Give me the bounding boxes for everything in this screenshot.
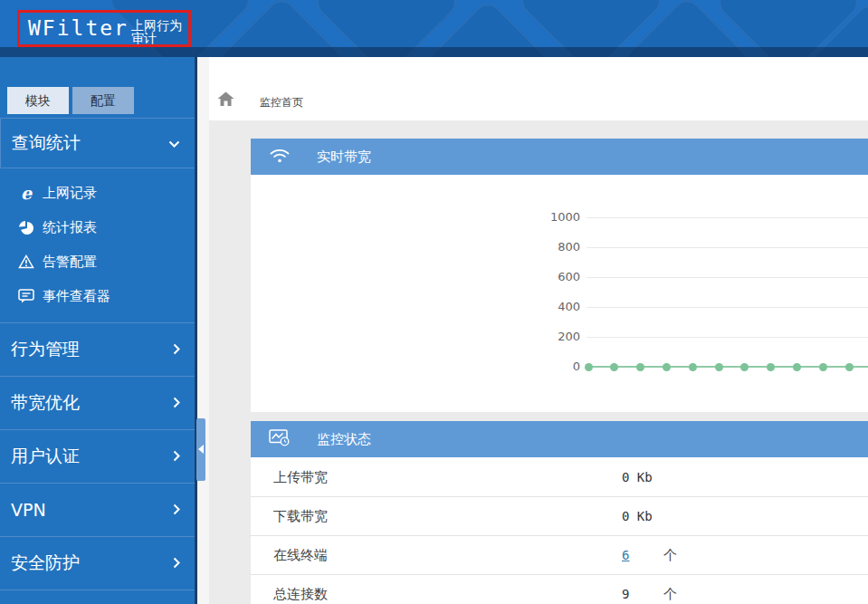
data-point (636, 363, 644, 371)
chevron-right-icon (173, 502, 181, 519)
gridline (587, 307, 868, 308)
data-point (793, 363, 801, 371)
wifi-icon (269, 147, 291, 167)
y-tick-label: 0 (522, 360, 580, 373)
status-row-download: 下载带宽 0 Kb (251, 496, 868, 535)
menu-label: 用户认证 (11, 445, 80, 468)
sidebar: 模块 配置 查询统计 e 上网记录 (0, 57, 196, 604)
status-unit: 个 (663, 586, 677, 603)
submenu-item-stat-reports[interactable]: 统计报表 (0, 210, 196, 244)
submenu-label: 事件查看器 (43, 288, 110, 305)
menu-item-user-auth[interactable]: 用户认证 (0, 429, 196, 483)
submenu-item-alert-config[interactable]: 告警配置 (0, 244, 196, 279)
status-label: 下载带宽 (273, 508, 328, 525)
data-point (663, 363, 671, 371)
collapse-arrow-icon (198, 445, 204, 454)
menu-item-bandwidth-opt[interactable]: 带宽优化 (0, 376, 196, 429)
menu-section-query-stats[interactable]: 查询统计 (0, 118, 196, 168)
status-value: 0 Kb (622, 470, 653, 484)
menu-item-security[interactable]: 安全防护 (0, 536, 196, 590)
data-point (715, 363, 723, 371)
chevron-right-icon (173, 395, 181, 412)
main-content: 监控首页 实时带宽 10008006004002000 (209, 57, 868, 604)
ie-browser-icon: e (16, 185, 36, 202)
banner-shadow (0, 47, 868, 57)
chevron-right-icon (173, 555, 181, 572)
status-value: 9 (622, 587, 629, 601)
data-point (585, 363, 593, 371)
status-label: 总连接数 (273, 586, 328, 603)
menu-label: 安全防护 (11, 551, 80, 575)
menu-section-label: 查询统计 (12, 131, 81, 155)
gridline (587, 337, 868, 338)
sidebar-gutter (197, 57, 209, 604)
submenu-label: 告警配置 (43, 254, 97, 271)
menu-label: 行为管理 (11, 338, 80, 361)
sidebar-tabs: 模块 配置 (7, 87, 134, 114)
submenu-item-event-viewer[interactable]: 事件查看器 (0, 279, 196, 313)
chevron-right-icon (173, 448, 181, 465)
data-point (819, 363, 827, 371)
y-tick-label: 800 (522, 240, 580, 254)
y-tick-label: 200 (522, 330, 580, 343)
monitor-chart-icon (269, 429, 291, 450)
report-chart-icon (16, 221, 36, 235)
data-point (740, 363, 749, 371)
status-table: 上传带宽 0 Kb 下载带宽 0 Kb 在线终端 6 个 总连接数 9 (251, 457, 868, 604)
submenu-item-web-records[interactable]: e 上网记录 (0, 176, 196, 210)
data-point (689, 363, 697, 371)
tab-modules[interactable]: 模块 (7, 87, 69, 114)
bandwidth-chart: 10008006004002000 (251, 175, 868, 412)
gridline (587, 247, 868, 248)
panel-title: 实时带宽 (317, 149, 371, 166)
status-label: 上传带宽 (273, 468, 328, 485)
panel-header-status: 监控状态 (251, 421, 868, 457)
status-row-total-connections: 总连接数 9 个 (251, 574, 868, 604)
panel-header-bandwidth: 实时带宽 (251, 139, 868, 175)
top-banner: WFilter 上网行为审计 (0, 0, 868, 57)
panel-monitor-status: 监控状态 上传带宽 0 Kb 下载带宽 0 Kb 在线终端 6 个 (251, 421, 868, 604)
data-point (610, 363, 618, 371)
product-subtitle: 上网行为审计 (131, 19, 188, 44)
y-tick-label: 600 (522, 270, 580, 283)
status-value: 0 Kb (622, 509, 653, 523)
chevron-down-icon (168, 135, 180, 152)
status-row-online-terminals: 在线终端 6 个 (251, 535, 868, 574)
breadcrumb: 监控首页 (209, 57, 868, 120)
menu-label: 带宽优化 (11, 391, 80, 415)
status-label: 在线终端 (273, 547, 328, 564)
menu-item-behavior-mgmt[interactable]: 行为管理 (0, 322, 196, 376)
app-window: WFilter 上网行为审计 模块 配置 查询统计 e 上网记录 (0, 0, 868, 604)
y-tick-label: 400 (522, 300, 580, 313)
annotation-highlight-box: WFilter 上网行为审计 (17, 10, 191, 47)
status-value: 6 (622, 548, 629, 562)
panel-realtime-bandwidth: 实时带宽 10008006004002000 (251, 139, 868, 412)
gridline (587, 217, 868, 218)
panel-title: 监控状态 (317, 431, 371, 448)
chevron-right-icon (173, 341, 181, 359)
data-point (767, 363, 775, 371)
y-tick-label: 1000 (522, 210, 580, 224)
alert-triangle-icon (16, 254, 36, 269)
menu-item-system-clipped[interactable]: 系统设置 (0, 590, 196, 604)
submenu-label: 上网记录 (43, 185, 97, 202)
tab-config[interactable]: 配置 (72, 87, 134, 114)
submenu-label: 统计报表 (43, 219, 97, 236)
status-row-upload: 上传带宽 0 Kb (251, 457, 868, 496)
submenu-query-stats: e 上网记录 统计报表 (0, 168, 196, 322)
breadcrumb-label[interactable]: 监控首页 (260, 95, 303, 110)
data-point (845, 363, 854, 371)
menu-label: VPN (11, 500, 46, 520)
gridline (587, 277, 868, 278)
online-terminals-link[interactable]: 6 (622, 548, 629, 562)
sidebar-collapse-handle[interactable] (196, 418, 205, 481)
home-icon[interactable] (217, 91, 234, 110)
product-logo: WFilter (28, 18, 129, 39)
status-unit: 个 (663, 547, 677, 564)
menu-item-vpn[interactable]: VPN (0, 483, 196, 536)
event-bubble-icon (16, 289, 36, 303)
sidebar-menu: 查询统计 e 上网记录 统计报表 (0, 118, 196, 604)
